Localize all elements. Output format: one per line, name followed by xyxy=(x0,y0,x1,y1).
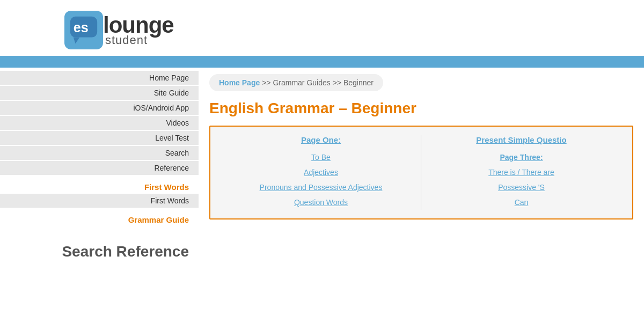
sidebar-item-search[interactable]: Search xyxy=(0,146,199,160)
search-reference-label: Search Reference xyxy=(0,226,199,266)
content-area: Home Page >> Grammar Guides >> Beginner … xyxy=(199,68,644,266)
sidebar-item-home-page[interactable]: Home Page xyxy=(0,71,199,85)
sidebar-item-ios-android-app[interactable]: iOS/Android App xyxy=(0,101,199,115)
logo-student-text: student xyxy=(105,34,174,46)
svg-marker-1 xyxy=(74,38,80,44)
sidebar-item-first-words[interactable]: First Words xyxy=(0,194,199,208)
first-words-section-title: First Words xyxy=(0,176,199,194)
logo-icon: es xyxy=(64,11,103,49)
grammar-table-container: Page One: To Be Adjectives Pronouns and … xyxy=(209,126,633,219)
sidebar-item-reference[interactable]: Reference xyxy=(0,161,199,175)
grammar-col-2: Present Simple Questio Page Three: There… xyxy=(421,135,621,210)
grammar-link-question-words[interactable]: Question Words xyxy=(232,195,410,210)
grammar-link-possessive-s[interactable]: Possessive 'S xyxy=(432,180,611,195)
sidebar-item-site-guide[interactable]: Site Guide xyxy=(0,86,199,100)
sidebar: Home Page Site Guide iOS/Android App Vid… xyxy=(0,68,199,266)
grammar-guide-section-title: Grammar Guide xyxy=(0,209,199,226)
breadcrumb-current: Beginner xyxy=(343,78,374,87)
breadcrumb: Home Page >> Grammar Guides >> Beginner xyxy=(209,74,383,91)
page-title: English Grammar – Beginner xyxy=(209,100,633,117)
grammar-link-adjectives[interactable]: Adjectives xyxy=(232,165,410,180)
grammar-col2-title[interactable]: Present Simple Questio xyxy=(432,135,611,150)
grammar-col-1: Page One: To Be Adjectives Pronouns and … xyxy=(221,135,421,210)
grammar-col1-title[interactable]: Page One: xyxy=(232,135,410,150)
blue-bar xyxy=(0,56,644,68)
header: es lounge student xyxy=(0,0,644,49)
grammar-link-can[interactable]: Can xyxy=(432,195,611,210)
grammar-grid: Page One: To Be Adjectives Pronouns and … xyxy=(221,135,621,210)
grammar-link-pronouns[interactable]: Pronouns and Possessive Adjectives xyxy=(232,180,410,195)
svg-text:es: es xyxy=(74,20,89,35)
grammar-link-page-three[interactable]: Page Three: xyxy=(432,150,611,165)
breadcrumb-guides: Grammar Guides xyxy=(273,78,330,87)
main-layout: Home Page Site Guide iOS/Android App Vid… xyxy=(0,68,644,266)
breadcrumb-home[interactable]: Home Page xyxy=(219,78,260,87)
grammar-link-there-is[interactable]: There is / There are xyxy=(432,165,611,180)
grammar-link-to-be[interactable]: To Be xyxy=(232,150,410,165)
sidebar-item-level-test[interactable]: Level Test xyxy=(0,131,199,145)
sidebar-item-videos[interactable]: Videos xyxy=(0,116,199,130)
breadcrumb-sep2: >> xyxy=(331,78,343,87)
logo-text: lounge student xyxy=(103,14,174,46)
logo-container: es lounge student xyxy=(64,11,644,49)
breadcrumb-sep1: >> xyxy=(260,78,273,87)
